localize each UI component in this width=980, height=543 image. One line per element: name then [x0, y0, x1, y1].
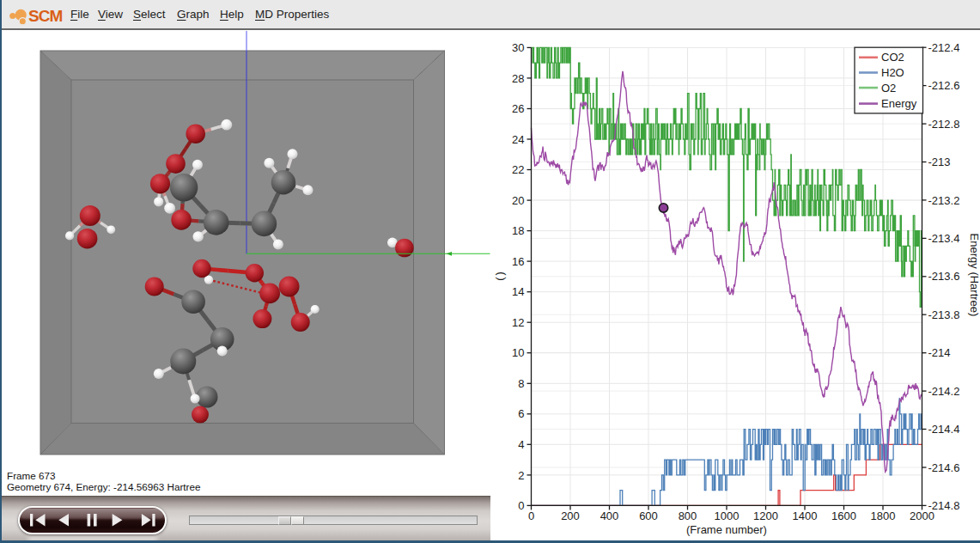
svg-text:-212.6: -212.6 [928, 79, 960, 92]
svg-text:-212.8: -212.8 [928, 118, 960, 131]
svg-text:CO2: CO2 [881, 51, 904, 64]
svg-text:22: 22 [512, 163, 524, 176]
svg-text:-213.2: -213.2 [928, 194, 960, 207]
svg-text:24: 24 [512, 133, 524, 146]
svg-text:1000: 1000 [715, 509, 740, 522]
svg-text:SCM: SCM [28, 7, 62, 25]
svg-text:400: 400 [600, 509, 619, 522]
svg-text:12: 12 [512, 316, 524, 329]
svg-text:2000: 2000 [910, 509, 934, 522]
svg-text:Energy: Energy [881, 97, 917, 110]
svg-text:-213: -213 [928, 156, 951, 168]
svg-text:1800: 1800 [871, 509, 896, 522]
svg-text:-214.4: -214.4 [928, 423, 960, 436]
svg-text:20: 20 [512, 194, 524, 207]
svg-text:(Frame number): (Frame number) [686, 523, 767, 536]
svg-text:H2O: H2O [881, 66, 904, 79]
svg-text:10: 10 [512, 346, 524, 359]
svg-text:O2: O2 [881, 82, 896, 95]
svg-text:1200: 1200 [753, 509, 778, 522]
svg-text:0: 0 [518, 499, 524, 512]
svg-text:14: 14 [512, 285, 524, 298]
svg-text:0: 0 [528, 509, 534, 522]
svg-text:-213.6: -213.6 [928, 270, 960, 283]
svg-text:30: 30 [512, 41, 524, 54]
svg-text:(): () [493, 270, 506, 281]
svg-text:-213.8: -213.8 [928, 308, 960, 321]
svg-text:200: 200 [561, 509, 580, 522]
svg-text:1600: 1600 [831, 509, 856, 522]
svg-text:4: 4 [518, 438, 524, 451]
svg-text:-214.6: -214.6 [928, 461, 960, 474]
svg-text:-214: -214 [928, 346, 951, 359]
svg-text:600: 600 [639, 509, 658, 522]
svg-text:800: 800 [679, 509, 697, 522]
svg-text:-214.2: -214.2 [928, 385, 960, 398]
svg-text:6: 6 [518, 407, 524, 420]
svg-text:2: 2 [518, 469, 524, 482]
svg-text:Energy (Hartree): Energy (Hartree) [968, 234, 980, 317]
svg-text:26: 26 [512, 102, 524, 115]
svg-text:-212.4: -212.4 [928, 41, 960, 54]
svg-text:-213.4: -213.4 [928, 232, 960, 245]
svg-text:8: 8 [518, 377, 524, 390]
svg-text:1400: 1400 [793, 509, 818, 522]
svg-text:18: 18 [512, 224, 524, 237]
svg-text:16: 16 [512, 255, 524, 268]
svg-text:28: 28 [512, 72, 524, 85]
